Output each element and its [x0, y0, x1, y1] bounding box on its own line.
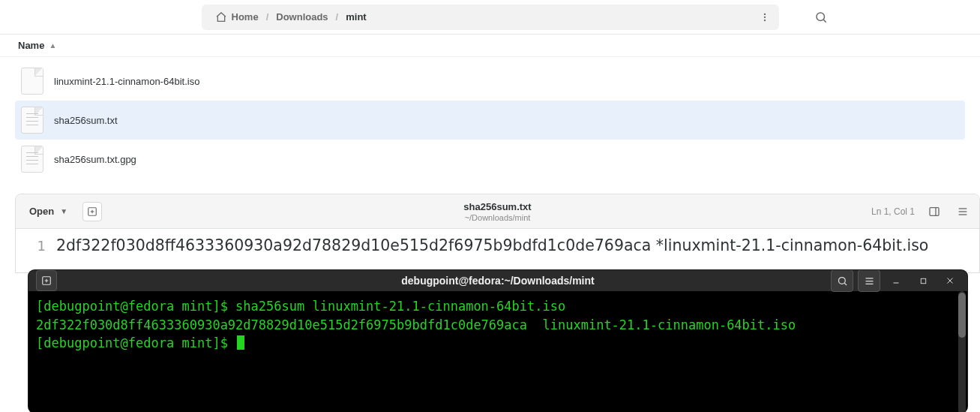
breadcrumb-sep: /	[333, 11, 342, 23]
text-file-icon	[21, 146, 43, 173]
chevron-down-icon: ▼	[60, 207, 67, 215]
column-header-name[interactable]: Name ▲	[0, 35, 980, 57]
terminal-menu-button[interactable]	[858, 270, 880, 292]
file-row[interactable]: sha256sum.txt.gpg	[15, 140, 965, 179]
terminal-line: [debugpoint@fedora mint]$	[36, 335, 235, 350]
svg-point-3	[817, 13, 825, 21]
breadcrumb-current-label: mint	[346, 11, 366, 23]
terminal-line: 2df322f030d8ff4633360930a92d78829d10e515…	[36, 317, 796, 332]
svg-rect-8	[930, 207, 939, 215]
open-button-label: Open	[29, 206, 54, 217]
file-name: sha256sum.txt	[54, 115, 118, 126]
window-close-button[interactable]	[939, 270, 961, 292]
editor-line-content: 2df322f030d8ff4633360930a92d78829d10e515…	[56, 236, 928, 254]
file-row[interactable]: sha256sum.txt	[15, 101, 965, 140]
file-list: linuxmint-21.1-cinnamon-64bit.iso sha256…	[0, 57, 980, 186]
terminal-line: [debugpoint@fedora mint]$ sha256sum linu…	[36, 299, 565, 314]
filemanager-toolbar: Home / Downloads / mint	[0, 0, 980, 35]
path-menu-button[interactable]	[755, 8, 775, 27]
hamburger-icon	[864, 275, 875, 287]
new-tab-button[interactable]	[82, 202, 102, 221]
plus-box-icon	[87, 206, 97, 217]
breadcrumb-current[interactable]: mint	[341, 5, 370, 30]
window-maximize-button[interactable]	[912, 270, 934, 292]
search-icon	[814, 11, 828, 24]
breadcrumb-downloads-label: Downloads	[276, 11, 328, 23]
svg-point-16	[838, 277, 845, 284]
text-editor-window: Open ▼ sha256sum.txt ~/Downloads/mint Ln…	[15, 194, 980, 273]
open-button[interactable]: Open ▼	[25, 203, 72, 220]
sidebar-icon	[928, 206, 940, 218]
editor-doc-title: sha256sum.txt	[16, 201, 979, 212]
editor-headerbar: Open ▼ sha256sum.txt ~/Downloads/mint Ln…	[16, 194, 979, 229]
svg-point-0	[763, 13, 765, 14]
text-file-icon	[21, 107, 43, 134]
maximize-icon	[919, 277, 928, 285]
search-button[interactable]	[808, 5, 834, 30]
svg-rect-22	[921, 278, 925, 283]
sort-asc-icon: ▲	[49, 41, 56, 50]
file-name: linuxmint-21.1-cinnamon-64bit.iso	[54, 76, 199, 87]
breadcrumb: Home / Downloads / mint	[202, 5, 779, 30]
svg-point-1	[763, 16, 765, 17]
terminal-search-button[interactable]	[831, 270, 853, 292]
plus-box-icon	[41, 275, 52, 286]
sidebar-toggle-button[interactable]	[925, 203, 943, 221]
svg-line-4	[823, 20, 826, 22]
hamburger-menu-button[interactable]	[954, 203, 972, 221]
editor-text-area[interactable]: 12df322f030d8ff4633360930a92d78829d10e51…	[16, 229, 979, 272]
hamburger-icon	[957, 206, 969, 218]
terminal-titlebar[interactable]: debugpoint@fedora:~/Downloads/mint	[28, 270, 967, 291]
terminal-new-tab-button[interactable]	[36, 270, 57, 291]
minimize-icon	[892, 276, 901, 285]
svg-point-2	[763, 19, 765, 20]
file-name: sha256sum.txt.gpg	[54, 154, 136, 165]
terminal-window: debugpoint@fedora:~/Downloads/mint	[28, 270, 967, 412]
column-header-label: Name	[18, 40, 44, 51]
terminal-title: debugpoint@fedora:~/Downloads/mint	[28, 275, 967, 287]
editor-doc-path: ~/Downloads/mint	[16, 213, 979, 222]
breadcrumb-home[interactable]: Home	[211, 5, 263, 30]
file-row[interactable]: linuxmint-21.1-cinnamon-64bit.iso	[15, 62, 965, 101]
breadcrumb-downloads[interactable]: Downloads	[271, 5, 332, 30]
line-number: 1	[28, 238, 46, 254]
file-icon	[21, 68, 43, 95]
terminal-output[interactable]: [debugpoint@fedora mint]$ sha256sum linu…	[28, 291, 967, 412]
breadcrumb-home-label: Home	[232, 11, 259, 23]
editor-line-col-status[interactable]: Ln 1, Col 1	[871, 206, 915, 217]
terminal-scrollbar-thumb[interactable]	[958, 293, 966, 338]
home-icon	[215, 11, 227, 23]
breadcrumb-sep: /	[263, 11, 272, 23]
close-icon	[946, 276, 955, 285]
svg-line-17	[844, 283, 847, 285]
window-minimize-button[interactable]	[885, 270, 907, 292]
search-icon	[837, 275, 848, 287]
terminal-cursor	[237, 335, 244, 350]
